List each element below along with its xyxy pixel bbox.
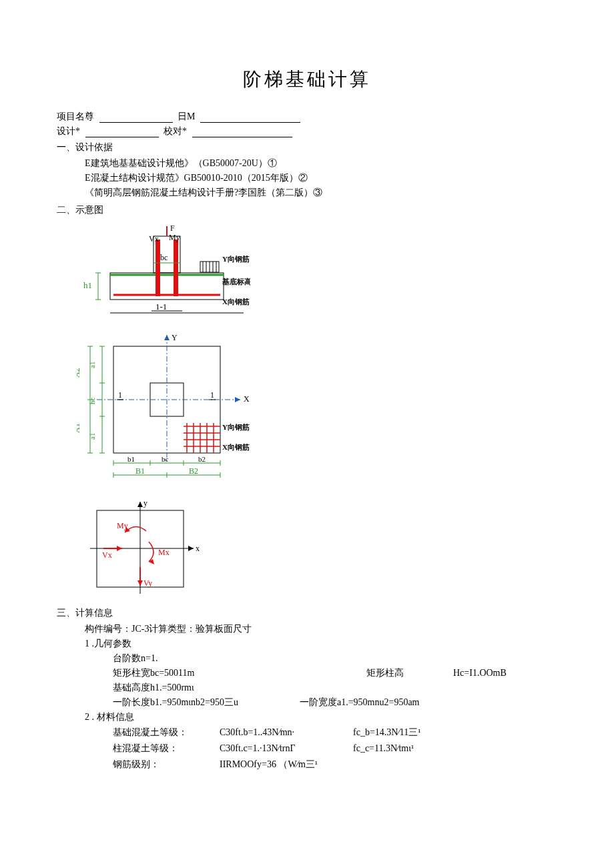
x-axis2: x xyxy=(196,544,200,553)
x-rebar-label: X向钢筋 xyxy=(222,298,250,306)
svg-rect-4 xyxy=(156,240,160,296)
y-axis-label: Y xyxy=(172,333,178,342)
col-conc-row: 柱混凝土等级： C30ft.c=1.·13N⁄trnΓ fc_c=11.3N⁄t… xyxy=(57,741,557,757)
x-axis-label: X xyxy=(244,394,250,404)
diagram-section-1-1: F Vx My bc Y向钢筋 基底标高 X向钢筋 h1 1-1 xyxy=(77,223,557,323)
bc-label: bc xyxy=(160,253,168,262)
col-conc-lbl: 柱混凝土等级： xyxy=(113,741,220,757)
my2-label: My xyxy=(117,521,128,530)
svg-marker-22 xyxy=(235,397,240,402)
project-blank xyxy=(99,112,173,123)
bc-small: bc xyxy=(162,455,169,463)
diagram-moment: y x Vx Vy My Mx xyxy=(77,494,557,600)
mx-label: Mx xyxy=(158,548,170,557)
page-title: 阶梯基础计算 xyxy=(57,67,557,92)
vx-label: Vx xyxy=(149,234,159,244)
hc-dim: hc xyxy=(88,398,96,405)
sec-one-right: 1 xyxy=(210,390,214,400)
b2-dim: B2 xyxy=(189,466,198,476)
project-label: 项目名尊 xyxy=(57,111,94,121)
svg-marker-62 xyxy=(117,546,122,551)
f-label: F xyxy=(170,224,175,233)
b1-small: b1 xyxy=(127,455,135,463)
base-conc-row: 基础混凝土等级： C30ft.b=1..43N⁄mn· fc_b=14.3N⁄1… xyxy=(57,725,557,741)
svg-marker-64 xyxy=(137,580,143,586)
col-conc-val2: fc_c=11.3N⁄tmι¹ xyxy=(353,741,460,757)
date-blank xyxy=(200,112,300,123)
svg-marker-60 xyxy=(188,546,194,551)
component-id: 构件编号：JC-3计算类型：验算板面尺寸 xyxy=(57,622,557,636)
base-conc-val1: C30ft.b=1..43N⁄mn· xyxy=(220,725,353,741)
section-2-heading: 二、示意图 xyxy=(57,204,557,216)
section-elevation-svg: F Vx My bc Y向钢筋 基底标高 X向钢筋 h1 1-1 xyxy=(77,223,250,323)
base-height: 基础高度h1.=500rmι xyxy=(57,681,557,695)
col-width-cell: 矩形柱宽bc=50011m xyxy=(113,666,233,681)
sec-one-left: 1 xyxy=(118,390,122,400)
len1: 一阶长度b1.=950mιnb2=950三u xyxy=(113,695,300,710)
base-elev-label: 基底标高 xyxy=(222,278,250,286)
spacer xyxy=(233,666,366,681)
base-conc-lbl: 基础混凝土等级： xyxy=(113,725,220,741)
rebar-val: IIRMOOfy=36 （W⁄m三¹ xyxy=(220,757,353,773)
moment-svg: y x Vx Vy My Mx xyxy=(77,494,210,600)
my-label: My xyxy=(169,233,180,242)
y-rebar-label: Y向钢筋 xyxy=(222,255,250,263)
section-label: 1-1 xyxy=(156,302,167,312)
col-height-val: Hc=I1.OOmB xyxy=(453,666,587,681)
proof-label: 校对* xyxy=(164,126,187,136)
sec1-line1: E建筑地基基础设计规他》（GB50007-20U）① xyxy=(57,156,557,171)
a2-dim: A2 xyxy=(77,368,81,378)
sec1-line2: E混凝土结构设计规范》GB50010-2010（2015年版）② xyxy=(57,171,557,185)
sec1-line3: 《简明高层钢筋混凝土结构设计手册?李国胜（第二版）③ xyxy=(57,185,557,200)
svg-marker-66 xyxy=(149,559,154,564)
y-rebar2-label: Y向钢筋 xyxy=(222,423,250,431)
svg-rect-5 xyxy=(174,240,178,296)
date-label: 日M xyxy=(178,111,195,121)
sub2-heading: 2 . 材料信息 xyxy=(57,710,557,725)
a1-dim: A1 xyxy=(77,423,81,433)
b1-dim: B1 xyxy=(135,466,145,476)
section-3-heading: 三、计算信息 xyxy=(57,607,557,619)
sub1-heading: 1 .几何参数 xyxy=(57,636,557,651)
vx2-label: Vx xyxy=(102,550,112,560)
b2-small: b2 xyxy=(198,455,206,463)
svg-marker-24 xyxy=(164,335,170,340)
col-width-row: 矩形柱宽bc=50011m 矩形柱高 Hc=I1.OOmB xyxy=(57,666,557,681)
y-axis2: y xyxy=(143,498,147,508)
header-row-2: 设计* 校对* xyxy=(57,125,557,137)
a1-small: a1 xyxy=(88,362,96,368)
col-conc-val1: C30ft.c=1.·13N⁄trnΓ xyxy=(220,741,353,757)
plan-svg: Y X Y向钢筋 X向钢筋 1 1 A2 A1 a1 hc a1 b1 bc b… xyxy=(77,330,257,483)
col-height-lbl: 矩形柱高 xyxy=(366,666,453,681)
h1-label: h1 xyxy=(83,280,92,290)
step-count: 台阶数n=1. xyxy=(57,651,557,666)
dim-row: 一阶长度b1.=950mιnb2=950三u 一阶宽度a1.=950mnu2=9… xyxy=(57,695,557,710)
a1-small2: a1 xyxy=(88,433,96,440)
rebar-row: 钢筋级别： IIRMOOfy=36 （W⁄m三¹ xyxy=(57,757,557,773)
vy-label: Vy xyxy=(143,578,152,588)
section-1-heading: 一、设计依据 xyxy=(57,141,557,153)
base-conc-val2: fc_b=14.3N⁄11三¹ xyxy=(353,725,460,741)
diagram-plan: Y X Y向钢筋 X向钢筋 1 1 A2 A1 a1 hc a1 b1 bc b… xyxy=(77,330,557,483)
rebar-lbl: 钢筋级别： xyxy=(113,757,220,773)
proof-blank xyxy=(192,127,292,137)
design-blank xyxy=(85,127,159,137)
wid1: 一阶宽度a1.=950mnu2=950am xyxy=(300,695,420,710)
header-row-1: 项目名尊 日M xyxy=(57,111,557,123)
design-label: 设计* xyxy=(57,126,80,136)
x-rebar2-label: X向钢筋 xyxy=(222,443,250,451)
svg-marker-58 xyxy=(137,502,143,507)
